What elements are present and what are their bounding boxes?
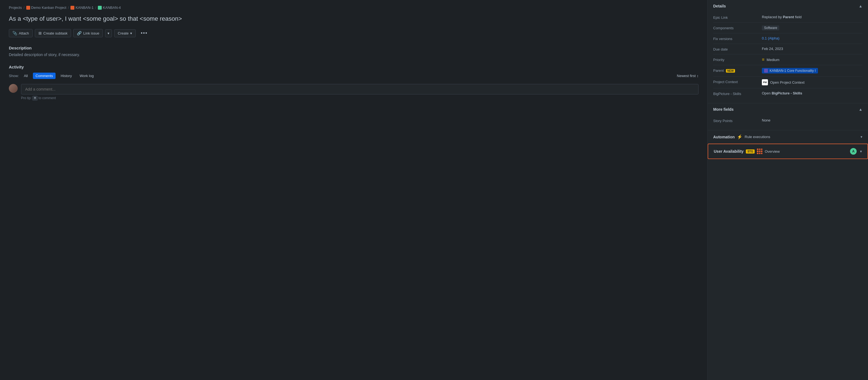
detail-row-components: Components Software [713,23,863,33]
filter-comments[interactable]: Comments [33,73,56,79]
sort-icon: ↕ [697,74,699,78]
bolt-icon: ⚡ [737,134,743,139]
filter-all[interactable]: All [21,73,30,79]
description-title: Description [9,45,699,50]
parent-kanban-icon [764,69,768,73]
automation-header[interactable]: Automation ⚡ Rule executions ▾ [708,130,868,143]
due-date-label: Due date [713,47,757,51]
ua-chevron-icon: ▾ [860,149,862,153]
details-header[interactable]: Details ▲ [708,0,868,12]
bigpicture-value: Open BigPicture - Skills [762,91,863,95]
paperclip-icon: 📎 [12,31,17,35]
software-badge: Software [762,25,779,30]
sep2: / [68,5,69,10]
show-filters: Show: All Comments History Work log [9,73,96,79]
breadcrumb-kanban4[interactable]: KANBAN-4 [98,5,121,10]
detail-row-parent: Parent NEW KANBAN-1 Core Functionality I [713,65,863,76]
activity-show-row: Show: All Comments History Work log Newe… [9,73,699,79]
demo-project-icon [26,6,30,10]
show-label: Show: [9,74,19,78]
stg-badge: STG [746,149,755,153]
grid-cell-7 [757,153,758,154]
priority-label: Priority [713,57,757,62]
story-points-value: None [762,118,863,122]
fix-versions-value[interactable]: 0.1 (Alpha) [762,36,863,40]
page-title: As a <type of user>, I want <some goal> … [9,14,699,23]
overflow-menu-button[interactable]: ••• [138,29,150,38]
sort-button[interactable]: Newest first ↕ [677,74,699,78]
avatar [9,84,18,93]
project-context-text[interactable]: Open Project Context [770,80,804,84]
toolbar: 📎 Attach ⊞ Create subtask 🔗 Link issue ▾… [9,29,699,38]
grid-cell-1 [757,148,758,150]
due-date-value: Feb 24, 2023 [762,47,863,51]
filter-history[interactable]: History [58,73,74,79]
detail-row-epic-link: Epic Link Replaced by Parent field [713,12,863,23]
activity-section: Activity Show: All Comments History Work… [9,65,699,100]
link-icon: 🔗 [77,31,82,35]
breadcrumb-demo[interactable]: Demo Kanban Project [26,5,66,10]
fix-versions-label: Fix versions [713,36,757,41]
more-fields-chevron-icon: ▲ [859,107,863,111]
create-subtask-button[interactable]: ⊞ Create subtask [35,29,71,37]
overview-text: Overview [765,149,779,153]
breadcrumb-projects[interactable]: Projects [9,5,22,10]
user-availability-section: User Availability STG Overview [708,144,868,159]
more-fields-header[interactable]: More fields ▲ [708,103,868,115]
priority-value: ≡ Medium [762,57,863,62]
create-button[interactable]: Create ▾ [114,29,136,37]
project-context-value: PM Open Project Context [762,79,863,85]
more-fields-section: More fields ▲ Story Points None [708,103,868,130]
components-label: Components [713,25,757,30]
more-actions-dropdown[interactable]: ▾ [105,29,112,37]
parent-value: KANBAN-1 Core Functionality I [762,68,863,73]
grid-cell-9 [761,153,763,154]
attach-button[interactable]: 📎 Attach [9,29,33,37]
project-context-label: Project Context [713,79,757,84]
details-chevron-icon: ▲ [859,4,863,8]
link-issue-button[interactable]: 🔗 Link issue [73,29,103,37]
sep1: / [24,5,25,10]
comment-input[interactable] [21,84,699,95]
epic-link-label: Epic Link [713,15,757,20]
parent-label: Parent NEW [713,68,757,73]
ua-a-badge: A [850,148,857,154]
priority-row: ≡ Medium [762,57,863,62]
components-value: Software [762,25,863,30]
more-fields-title: More fields [713,107,734,111]
filter-worklog[interactable]: Work log [77,73,96,79]
epic-link-value: Replaced by Parent field [762,15,863,19]
details-body: Epic Link Replaced by Parent field Compo… [708,12,868,103]
grid-cell-6 [761,150,763,152]
detail-row-bigpicture: BigPicture - Skills Open BigPicture - Sk… [713,89,863,99]
details-section: Details ▲ Epic Link Replaced by Parent f… [708,0,868,103]
comment-input-wrap: Pro tip: M to comment [21,84,699,100]
activity-title: Activity [9,65,699,69]
grid-cell-3 [761,148,763,150]
priority-icon: ≡ [762,57,764,62]
subtask-icon: ⊞ [38,31,42,35]
automation-expand-icon: ▾ [861,135,863,139]
breadcrumb-kanban1[interactable]: KANBAN-1 [70,5,93,10]
description-text: Detailed description of story, if necess… [9,53,699,57]
ua-right: A ▾ [850,148,862,154]
avatar-image [9,84,18,93]
parent-badge[interactable]: KANBAN-1 Core Functionality I [762,68,818,73]
pro-tip-key: M [32,96,38,101]
grid-icon [757,148,763,154]
grid-cell-8 [759,153,761,154]
more-fields-body: Story Points None [708,115,868,130]
detail-row-priority: Priority ≡ Medium [713,55,863,65]
breadcrumb: Projects / Demo Kanban Project / KANBAN-… [9,5,699,10]
kanban1-icon [70,6,74,10]
grid-cell-2 [759,148,761,150]
automation-section: Automation ⚡ Rule executions ▾ [708,130,868,144]
priority-text: Medium [767,58,779,62]
pro-tip: Pro tip: M to comment [21,96,699,100]
project-context-row: PM Open Project Context [762,79,863,85]
create-chevron-icon: ▾ [130,31,132,35]
detail-row-due-date: Due date Feb 24, 2023 [713,44,863,55]
ua-header[interactable]: User Availability STG Overview [708,144,867,159]
right-panel: Details ▲ Epic Link Replaced by Parent f… [708,0,868,380]
story-points-label: Story Points [713,118,757,123]
